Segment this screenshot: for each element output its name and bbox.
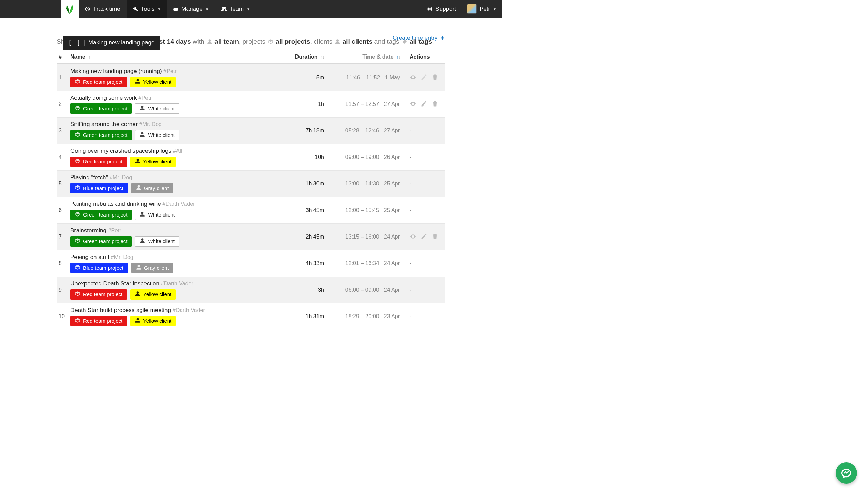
client-badge[interactable]: Gray client [131, 263, 173, 273]
project-badge[interactable]: Green team project [70, 210, 132, 220]
project-badge[interactable]: Green team project [70, 236, 132, 247]
row-actions: - [403, 171, 445, 197]
client-badge[interactable]: Yellow client [130, 77, 176, 87]
cube-icon [75, 185, 80, 192]
cube-icon [75, 132, 80, 139]
sort-arrows-icon[interactable]: ↑↓ [321, 55, 324, 60]
create-time-entry-link[interactable]: Create time entry ✚ [393, 34, 445, 41]
nav-team[interactable]: Team ▼ [215, 0, 256, 18]
entry-title[interactable]: Making new landing page (running) #Petr [70, 68, 286, 75]
project-badge[interactable]: Blue team project [70, 263, 128, 273]
nav-support[interactable]: Support [422, 0, 462, 18]
project-badge[interactable]: Green team project [70, 103, 132, 114]
sort-arrows-icon[interactable]: ↑↓ [88, 55, 92, 60]
leaf-logo-icon [63, 3, 76, 15]
project-badge[interactable]: Red team project [70, 316, 127, 326]
delete-action-icon[interactable] [432, 74, 438, 82]
row-time-date: 13:00 – 14:3025 Apr [327, 171, 403, 197]
client-badge[interactable]: White client [135, 103, 179, 114]
nav-manage[interactable]: Manage ▼ [167, 0, 215, 18]
row-name-cell: Peeing on stuff #Mr. DogBlue team projec… [70, 250, 290, 277]
entry-title[interactable]: Actually doing some work #Petr [70, 94, 286, 101]
delete-action-icon[interactable] [432, 100, 438, 108]
client-badge[interactable]: Yellow client [130, 289, 176, 300]
summary-projects[interactable]: all projects [275, 38, 310, 45]
nav-user-name: Petr [480, 6, 490, 12]
entry-badges: Red team projectYellow client [70, 157, 286, 167]
row-name-cell: Death Star build process agile meeting #… [70, 303, 290, 330]
row-index: 4 [57, 144, 70, 171]
view-action-icon[interactable] [410, 100, 416, 108]
app-logo[interactable] [61, 0, 79, 18]
col-time-date[interactable]: Time & date ↑↓ [327, 50, 403, 64]
entry-title[interactable]: Unexpected Death Star inspection #Darth … [70, 280, 286, 287]
project-badge[interactable]: Red team project [70, 289, 127, 300]
entry-title[interactable]: Going over my crashed spaceship logs #Al… [70, 148, 286, 154]
no-actions: - [410, 260, 411, 266]
entry-title[interactable]: Brainstorming #Petr [70, 227, 286, 234]
table-row: 2Actually doing some work #PetrGreen tea… [57, 91, 445, 118]
cube-icon [75, 318, 80, 324]
task-checkbox-icon[interactable]: [ ] [68, 39, 81, 46]
col-duration[interactable]: Duration ↑↓ [290, 50, 327, 64]
edit-action-icon[interactable] [421, 74, 427, 82]
entry-title[interactable]: Painting nebulas and drinking wine #Dart… [70, 201, 286, 208]
row-index: 7 [57, 224, 70, 250]
no-actions: - [410, 287, 411, 293]
view-action-icon[interactable] [410, 233, 416, 241]
row-name-cell: Going over my crashed spaceship logs #Al… [70, 144, 290, 171]
row-actions: - [403, 303, 445, 330]
no-actions: - [410, 128, 411, 133]
project-badge[interactable]: Red team project [70, 77, 127, 87]
table-row: 6Painting nebulas and drinking wine #Dar… [57, 197, 445, 224]
delete-action-icon[interactable] [432, 233, 438, 241]
entry-badges: Green team projectWhite client [70, 103, 286, 114]
row-index: 1 [57, 64, 70, 91]
summary-team[interactable]: all team [214, 38, 239, 45]
client-badge[interactable]: Yellow client [130, 316, 176, 326]
row-actions: - [403, 250, 445, 277]
current-task-pill[interactable]: [ ] Making new landing page [63, 36, 160, 50]
entry-user-tag: #Alf [173, 148, 183, 154]
user-icon [135, 318, 140, 324]
nav-team-label: Team [230, 6, 244, 12]
client-badge[interactable]: Gray client [131, 183, 173, 193]
lifebuoy-icon [427, 6, 433, 12]
row-name-cell: Playing "fetch" #Mr. DogBlue team projec… [70, 171, 290, 197]
row-time-date: 12:01 – 16:3424 Apr [327, 250, 403, 277]
summary-clients[interactable]: all clients [343, 38, 373, 45]
plus-icon: ✚ [441, 35, 445, 41]
col-name[interactable]: Name ↑↓ [70, 50, 290, 64]
project-badge[interactable]: Blue team project [70, 183, 128, 193]
client-badge[interactable]: White client [135, 130, 179, 140]
no-actions: - [410, 181, 411, 187]
client-badge[interactable]: White client [135, 210, 179, 220]
client-badge[interactable]: Yellow client [130, 157, 176, 167]
nav-tools[interactable]: Tools ▼ [127, 0, 167, 18]
entry-title[interactable]: Playing "fetch" #Mr. Dog [70, 174, 286, 181]
client-badge[interactable]: White client [135, 236, 179, 247]
project-badge[interactable]: Red team project [70, 157, 127, 167]
edit-action-icon[interactable] [421, 233, 427, 241]
project-badge[interactable]: Green team project [70, 130, 132, 140]
folder-open-icon [173, 6, 179, 12]
row-duration: 10h [290, 144, 327, 171]
nav-track-time[interactable]: Track time [79, 0, 127, 18]
nav-user-menu[interactable]: Petr ▼ [462, 0, 502, 18]
entry-title[interactable]: Sniffing around the corner #Mr. Dog [70, 121, 286, 128]
user-icon [140, 132, 145, 139]
nav-tools-label: Tools [141, 6, 155, 12]
view-action-icon[interactable] [410, 74, 416, 82]
row-time-date: 13:15 – 16:0024 Apr [327, 224, 403, 250]
svg-point-1 [412, 77, 413, 78]
sort-arrows-icon[interactable]: ↑↓ [396, 55, 400, 60]
entry-title[interactable]: Death Star build process agile meeting #… [70, 307, 286, 314]
user-icon [136, 264, 141, 271]
edit-action-icon[interactable] [421, 100, 427, 108]
no-actions: - [410, 154, 411, 160]
no-actions: - [410, 207, 411, 213]
entry-title[interactable]: Peeing on stuff #Mr. Dog [70, 254, 286, 261]
row-duration: 1h 30m [290, 171, 327, 197]
row-actions: - [403, 197, 445, 224]
row-duration: 3h [290, 277, 327, 303]
